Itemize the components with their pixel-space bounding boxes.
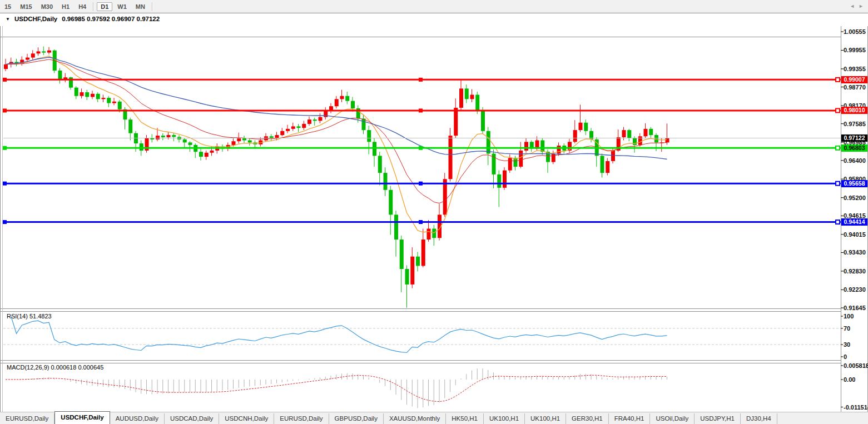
chart-collapse-icon[interactable]: ▼ — [6, 17, 10, 22]
moving-average-medium — [6, 59, 667, 203]
timeframe-button-h1[interactable]: H1 — [58, 2, 73, 11]
macd-tick-label: 0.005818 — [844, 362, 868, 369]
chart-tab-eurusd-daily[interactable]: EURUSD,Daily — [0, 413, 54, 424]
chart-tab-bar: EURUSD,DailyUSDCHF,DailyAUDUSD,DailyUSDC… — [0, 412, 868, 424]
macd-pane — [6, 368, 667, 408]
price-tick-label: 0.99955 — [844, 47, 866, 53]
hline-0.95658 — [3, 182, 841, 186]
chart-canvas — [0, 26, 868, 424]
price-tick-label: 0.97585 — [844, 121, 866, 127]
tab-scroll-right-icon[interactable]: ► — [859, 3, 864, 9]
chart-tab-fra40-h1[interactable]: FRA40,H1 — [609, 413, 651, 424]
chart-tab-xauusd-monthly[interactable]: XAUUSD,Monthly — [384, 413, 446, 424]
chart-tab-ger30-h1[interactable]: GER30,H1 — [566, 413, 609, 424]
chart-tab-usdcad-daily[interactable]: USDCAD,Daily — [165, 413, 219, 424]
price-tick-label: 0.92830 — [844, 268, 866, 275]
rsi-tick-label: 30 — [844, 341, 850, 348]
chart-title: ▼ USDCHF,Daily 0.96985 0.97592 0.96907 0… — [6, 16, 160, 22]
hline-0.98010 — [3, 108, 841, 112]
rsi-pane — [3, 316, 841, 353]
chart-ohlc-values: 0.96985 0.97592 0.96907 0.97122 — [62, 16, 160, 22]
hline-price-badge: 0.95658 — [841, 180, 867, 187]
hline-price-badge: 0.99007 — [841, 76, 867, 83]
rsi-tick-label: 70 — [844, 325, 850, 332]
timeframe-button-15[interactable]: 15 — [1, 2, 15, 11]
chart-tab-uk100-h1[interactable]: UK100,H1 — [484, 413, 525, 424]
chart-tab-audusd-daily[interactable]: AUDUSD,Daily — [110, 413, 165, 424]
toolbar-separator — [152, 2, 153, 11]
chart-tab-hk50-h1[interactable]: HK50,H1 — [446, 413, 484, 424]
rsi-tick-label: 0 — [844, 353, 847, 360]
hline-price-badge: 0.98010 — [841, 107, 867, 114]
macd-tick-label: -0.011514 — [844, 404, 868, 411]
tab-scroll-left-icon[interactable]: ◄ — [850, 3, 855, 9]
price-tick-label: 0.96400 — [844, 157, 866, 164]
price-tick-label: 0.93430 — [844, 249, 866, 256]
hline-price-badge: 0.94414 — [841, 218, 867, 226]
price-tick-label: 1.00555 — [844, 28, 866, 35]
chart-tab-gbpusd-daily[interactable]: GBPUSD,Daily — [329, 413, 384, 424]
chart-tab-dj30-h4[interactable]: DJ30,H4 — [741, 413, 777, 424]
chart-window: ▼ USDCHF,Daily 0.96985 0.97592 0.96907 0… — [0, 13, 868, 412]
chart-tab-usdjpy-h1[interactable]: USDJPY,H1 — [695, 413, 741, 424]
timeframe-button-m30[interactable]: M30 — [37, 2, 57, 11]
price-tick-label: 0.99355 — [844, 66, 866, 72]
rsi-tick-label: 100 — [844, 313, 854, 320]
tab-scroll-arrows: ◄ ► — [850, 3, 864, 9]
toolbar-separator — [93, 2, 94, 11]
current-price-badge: 0.97122 — [841, 134, 867, 142]
chart-tab-usoil-daily[interactable]: USOil,Daily — [650, 413, 695, 424]
price-tick-label: 0.91645 — [844, 305, 866, 311]
hline-0.94414 — [3, 220, 841, 224]
timeframe-button-mn[interactable]: MN — [132, 2, 149, 11]
chart-tab-usdcnh-daily[interactable]: USDCNH,Daily — [219, 413, 274, 424]
price-tick-label: 0.98770 — [844, 84, 866, 91]
candlestick-series — [4, 46, 669, 307]
hline-price-badge: 0.96803 — [841, 144, 867, 152]
chart-symbol-label: USDCHF,Daily — [14, 16, 57, 22]
timeframe-toolbar: 15M15M30H1H4D1W1MN — [0, 0, 868, 13]
timeframe-button-h4[interactable]: H4 — [75, 2, 90, 11]
rsi-indicator-label: RSI(14) 51.4823 — [7, 313, 52, 320]
macd-tick-label: 0.00 — [844, 376, 855, 383]
price-tick-label: 0.94015 — [844, 231, 866, 238]
chart-tab-usdchf-daily[interactable]: USDCHF,Daily — [54, 411, 110, 424]
chart-tab-eurusd-daily[interactable]: EURUSD,Daily — [274, 413, 329, 424]
hline-0.99007 — [3, 78, 841, 82]
timeframe-button-m15[interactable]: M15 — [16, 2, 36, 11]
chart-tab-uk100-h1[interactable]: UK100,H1 — [525, 413, 566, 424]
price-tick-label: 0.92230 — [844, 286, 866, 293]
timeframe-button-w1[interactable]: W1 — [113, 2, 131, 11]
price-tick-label: 0.95200 — [844, 194, 866, 201]
timeframe-button-d1[interactable]: D1 — [97, 2, 112, 11]
hline-0.96803 — [3, 146, 841, 150]
macd-indicator-label: MACD(12,26,9) 0.000618 0.000645 — [7, 364, 103, 371]
